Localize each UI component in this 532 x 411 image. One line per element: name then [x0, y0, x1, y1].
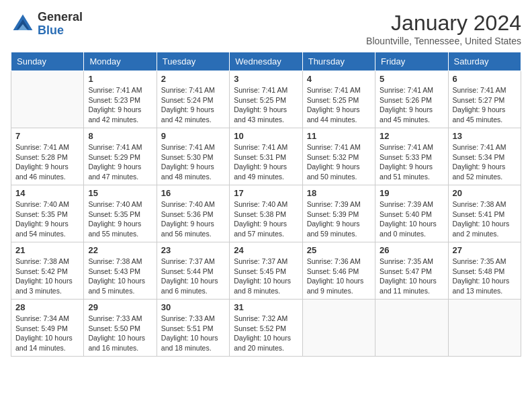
calendar-day-cell: 23Sunrise: 7:37 AMSunset: 5:44 PMDayligh…: [157, 242, 229, 300]
calendar-day-cell: 1Sunrise: 7:41 AMSunset: 5:23 PMDaylight…: [84, 71, 157, 128]
day-info: Sunrise: 7:34 AMSunset: 5:49 PMDaylight:…: [15, 314, 79, 353]
day-info: Sunrise: 7:40 AMSunset: 5:35 PMDaylight:…: [15, 199, 79, 239]
day-number: 18: [307, 188, 371, 198]
day-info: Sunrise: 7:41 AMSunset: 5:31 PMDaylight:…: [234, 142, 298, 182]
day-info: Sunrise: 7:41 AMSunset: 5:23 PMDaylight:…: [88, 85, 152, 125]
day-info: Sunrise: 7:41 AMSunset: 5:24 PMDaylight:…: [161, 85, 225, 125]
calendar-day-cell: 12Sunrise: 7:41 AMSunset: 5:33 PMDayligh…: [375, 128, 448, 185]
day-header-thursday: Thursday: [302, 52, 375, 71]
day-header-wednesday: Wednesday: [230, 52, 302, 71]
day-number: 11: [307, 131, 371, 141]
calendar-day-cell: 24Sunrise: 7:37 AMSunset: 5:45 PMDayligh…: [230, 242, 302, 300]
calendar-day-cell: 25Sunrise: 7:36 AMSunset: 5:46 PMDayligh…: [302, 242, 375, 300]
calendar-day-cell: 19Sunrise: 7:39 AMSunset: 5:40 PMDayligh…: [375, 185, 448, 242]
day-info: Sunrise: 7:33 AMSunset: 5:50 PMDaylight:…: [88, 314, 152, 353]
calendar-day-cell: 27Sunrise: 7:35 AMSunset: 5:48 PMDayligh…: [448, 242, 521, 300]
day-number: 1: [88, 74, 152, 84]
calendar-week-row: 7Sunrise: 7:41 AMSunset: 5:28 PMDaylight…: [11, 128, 521, 185]
day-number: 5: [380, 74, 443, 84]
month-title: January 2024: [366, 11, 521, 36]
calendar-day-cell: 28Sunrise: 7:34 AMSunset: 5:49 PMDayligh…: [11, 300, 84, 357]
calendar-day-cell: 30Sunrise: 7:33 AMSunset: 5:51 PMDayligh…: [157, 300, 229, 357]
calendar-day-cell: 5Sunrise: 7:41 AMSunset: 5:26 PMDaylight…: [375, 71, 448, 128]
calendar-day-cell: 20Sunrise: 7:38 AMSunset: 5:41 PMDayligh…: [448, 185, 521, 242]
calendar-day-cell: 15Sunrise: 7:40 AMSunset: 5:35 PMDayligh…: [84, 185, 157, 242]
day-number: 20: [453, 188, 517, 198]
day-header-tuesday: Tuesday: [157, 52, 229, 71]
day-info: Sunrise: 7:38 AMSunset: 5:42 PMDaylight:…: [15, 257, 79, 296]
day-number: 22: [88, 245, 152, 255]
day-info: Sunrise: 7:37 AMSunset: 5:45 PMDaylight:…: [234, 257, 298, 296]
day-info: Sunrise: 7:41 AMSunset: 5:29 PMDaylight:…: [88, 142, 152, 182]
calendar-week-row: 21Sunrise: 7:38 AMSunset: 5:42 PMDayligh…: [11, 242, 521, 300]
calendar-day-cell: 11Sunrise: 7:41 AMSunset: 5:32 PMDayligh…: [302, 128, 375, 185]
day-info: Sunrise: 7:41 AMSunset: 5:30 PMDaylight:…: [161, 142, 225, 182]
logo-general-text: General: [38, 11, 83, 24]
calendar-day-cell: 31Sunrise: 7:32 AMSunset: 5:52 PMDayligh…: [230, 300, 302, 357]
day-info: Sunrise: 7:37 AMSunset: 5:44 PMDaylight:…: [161, 257, 225, 296]
calendar-week-row: 28Sunrise: 7:34 AMSunset: 5:49 PMDayligh…: [11, 300, 521, 357]
logo-icon: [11, 12, 35, 36]
day-info: Sunrise: 7:35 AMSunset: 5:47 PMDaylight:…: [380, 257, 443, 296]
day-number: 4: [307, 74, 371, 84]
day-number: 27: [453, 245, 517, 255]
day-info: Sunrise: 7:40 AMSunset: 5:36 PMDaylight:…: [161, 199, 225, 239]
calendar-day-cell: 22Sunrise: 7:38 AMSunset: 5:43 PMDayligh…: [84, 242, 157, 300]
day-number: 29: [88, 302, 152, 312]
day-number: 16: [161, 188, 225, 198]
day-info: Sunrise: 7:41 AMSunset: 5:26 PMDaylight:…: [380, 85, 443, 125]
calendar-day-cell: [11, 71, 84, 128]
day-info: Sunrise: 7:41 AMSunset: 5:33 PMDaylight:…: [380, 142, 443, 182]
calendar-week-row: 14Sunrise: 7:40 AMSunset: 5:35 PMDayligh…: [11, 185, 521, 242]
calendar-day-cell: 8Sunrise: 7:41 AMSunset: 5:29 PMDaylight…: [84, 128, 157, 185]
calendar-day-cell: [375, 300, 448, 357]
day-number: 15: [88, 188, 152, 198]
day-number: 30: [161, 302, 225, 312]
calendar-day-cell: 14Sunrise: 7:40 AMSunset: 5:35 PMDayligh…: [11, 185, 84, 242]
day-info: Sunrise: 7:41 AMSunset: 5:27 PMDaylight:…: [453, 85, 517, 125]
day-info: Sunrise: 7:36 AMSunset: 5:46 PMDaylight:…: [307, 257, 371, 296]
calendar-day-cell: 4Sunrise: 7:41 AMSunset: 5:25 PMDaylight…: [302, 71, 375, 128]
day-number: 23: [161, 245, 225, 255]
calendar-day-cell: 13Sunrise: 7:41 AMSunset: 5:34 PMDayligh…: [448, 128, 521, 185]
day-number: 10: [234, 131, 298, 141]
calendar-day-cell: [302, 300, 375, 357]
day-number: 26: [380, 245, 443, 255]
day-number: 25: [307, 245, 371, 255]
day-number: 9: [161, 131, 225, 141]
calendar-day-cell: 7Sunrise: 7:41 AMSunset: 5:28 PMDaylight…: [11, 128, 84, 185]
day-info: Sunrise: 7:33 AMSunset: 5:51 PMDaylight:…: [161, 314, 225, 353]
day-number: 21: [15, 245, 79, 255]
logo: General Blue: [11, 11, 83, 38]
day-number: 14: [15, 188, 79, 198]
day-number: 2: [161, 74, 225, 84]
calendar-day-cell: 16Sunrise: 7:40 AMSunset: 5:36 PMDayligh…: [157, 185, 229, 242]
calendar-table: SundayMondayTuesdayWednesdayThursdayFrid…: [11, 52, 521, 357]
day-number: 6: [453, 74, 517, 84]
calendar-day-cell: [448, 300, 521, 357]
day-number: 7: [15, 131, 79, 141]
day-header-monday: Monday: [84, 52, 157, 71]
day-info: Sunrise: 7:40 AMSunset: 5:38 PMDaylight:…: [234, 199, 298, 239]
calendar-day-cell: 17Sunrise: 7:40 AMSunset: 5:38 PMDayligh…: [230, 185, 302, 242]
day-info: Sunrise: 7:32 AMSunset: 5:52 PMDaylight:…: [234, 314, 298, 353]
calendar-day-cell: 29Sunrise: 7:33 AMSunset: 5:50 PMDayligh…: [84, 300, 157, 357]
day-info: Sunrise: 7:39 AMSunset: 5:40 PMDaylight:…: [380, 199, 443, 239]
day-number: 13: [453, 131, 517, 141]
logo-text: General Blue: [38, 11, 83, 38]
calendar-day-cell: 3Sunrise: 7:41 AMSunset: 5:25 PMDaylight…: [230, 71, 302, 128]
calendar-day-cell: 6Sunrise: 7:41 AMSunset: 5:27 PMDaylight…: [448, 71, 521, 128]
calendar-header-row: SundayMondayTuesdayWednesdayThursdayFrid…: [11, 52, 521, 71]
day-info: Sunrise: 7:41 AMSunset: 5:32 PMDaylight:…: [307, 142, 371, 182]
day-info: Sunrise: 7:35 AMSunset: 5:48 PMDaylight:…: [453, 257, 517, 296]
calendar-day-cell: 9Sunrise: 7:41 AMSunset: 5:30 PMDaylight…: [157, 128, 229, 185]
location: Blountville, Tennessee, United States: [366, 36, 521, 46]
calendar-day-cell: 2Sunrise: 7:41 AMSunset: 5:24 PMDaylight…: [157, 71, 229, 128]
day-info: Sunrise: 7:38 AMSunset: 5:43 PMDaylight:…: [88, 257, 152, 296]
day-info: Sunrise: 7:41 AMSunset: 5:34 PMDaylight:…: [453, 142, 517, 182]
day-header-friday: Friday: [375, 52, 448, 71]
day-number: 3: [234, 74, 298, 84]
day-number: 31: [234, 302, 298, 312]
day-number: 28: [15, 302, 79, 312]
day-header-saturday: Saturday: [448, 52, 521, 71]
